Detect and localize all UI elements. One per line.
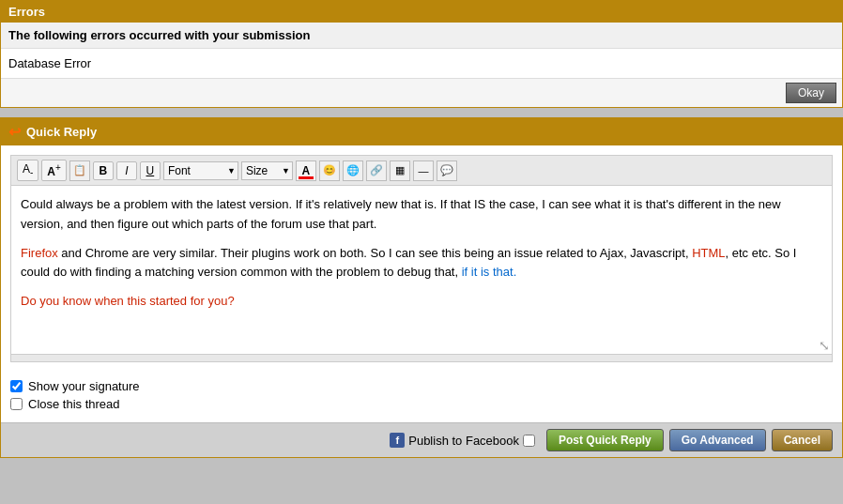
link-button[interactable]: 🔗: [366, 160, 387, 181]
errors-header: Errors: [1, 1, 842, 23]
post-quick-reply-button[interactable]: Post Quick Reply: [546, 429, 664, 451]
go-advanced-button[interactable]: Go Advanced: [669, 429, 766, 451]
publish-facebook-label: Publish to Facebook: [408, 434, 519, 448]
facebook-icon: f: [390, 433, 405, 448]
quote-button[interactable]: 💬: [437, 160, 457, 181]
errors-section: Errors The following errors occurred wit…: [0, 0, 843, 108]
editor-content[interactable]: Could always be a problem with the lates…: [10, 186, 833, 355]
size-select[interactable]: Size 1 2 3 4 5 6 7: [241, 161, 293, 180]
font-select[interactable]: Font Arial Times New Roman Courier New V…: [163, 161, 238, 180]
editor-toolbar: A- A+ 📋 B I U Font Arial Times New Roman…: [10, 155, 833, 186]
publish-facebook-checkbox[interactable]: [523, 435, 535, 447]
resize-handle-icon[interactable]: ⤡: [819, 339, 830, 352]
errors-subheader-text: The following errors occurred with your …: [8, 28, 310, 42]
editor-para1: Could always be a problem with the lates…: [21, 195, 822, 235]
quick-reply-title: Quick Reply: [26, 125, 97, 139]
okay-button[interactable]: Okay: [786, 83, 836, 103]
quick-reply-header: ↩ Quick Reply: [1, 118, 842, 145]
editor-bottom-bar: [10, 355, 833, 362]
para2-text1: and Chrome are very similar. Their plugi…: [58, 246, 692, 260]
font-size-small-button[interactable]: A-: [17, 160, 38, 180]
footer-bar: f Publish to Facebook Post Quick Reply G…: [1, 422, 842, 457]
html-link: HTML: [692, 246, 725, 260]
hr-button[interactable]: —: [413, 160, 434, 181]
options-area: Show your signature Close this thread: [1, 372, 842, 422]
editor-para2: Firefox and Chrome are very similar. The…: [21, 244, 822, 283]
close-thread-label: Close this thread: [28, 397, 120, 411]
errors-subheader: The following errors occurred with your …: [1, 23, 842, 49]
show-signature-checkbox[interactable]: [10, 380, 23, 392]
quick-reply-section: ↩ Quick Reply A- A+ 📋 B I U Font Arial T…: [0, 117, 843, 458]
font-size-large-button[interactable]: A+: [41, 160, 67, 181]
facebook-publish-container: f Publish to Facebook: [390, 433, 535, 448]
font-selector-wrapper: Font Arial Times New Roman Courier New V…: [163, 161, 238, 180]
errors-header-label: Errors: [8, 5, 45, 19]
copy-button[interactable]: 📋: [69, 160, 90, 181]
table-button[interactable]: ▦: [390, 160, 410, 181]
show-signature-label: Show your signature: [28, 379, 140, 393]
text-color-button[interactable]: A: [296, 160, 316, 181]
if-it-is-that-link: if it is that.: [462, 265, 517, 279]
cancel-button[interactable]: Cancel: [772, 429, 833, 451]
close-thread-row: Close this thread: [10, 397, 833, 411]
reply-arrow-icon: ↩: [8, 123, 21, 141]
smiley-button[interactable]: 😊: [319, 160, 340, 181]
italic-button[interactable]: I: [116, 161, 137, 180]
close-thread-checkbox[interactable]: [10, 398, 23, 410]
firefox-link: Firefox: [21, 246, 58, 260]
image-button[interactable]: 🌐: [343, 160, 363, 181]
errors-footer: Okay: [1, 78, 842, 107]
show-signature-row: Show your signature: [10, 379, 833, 393]
editor-para3: Do you know when this started for you?: [21, 292, 822, 312]
underline-button[interactable]: U: [140, 161, 161, 180]
errors-body: Database Error: [1, 49, 842, 78]
bold-button[interactable]: B: [93, 161, 114, 180]
size-selector-wrapper: Size 1 2 3 4 5 6 7: [241, 161, 293, 180]
editor-area: A- A+ 📋 B I U Font Arial Times New Roman…: [1, 145, 842, 372]
errors-body-text: Database Error: [8, 56, 91, 70]
